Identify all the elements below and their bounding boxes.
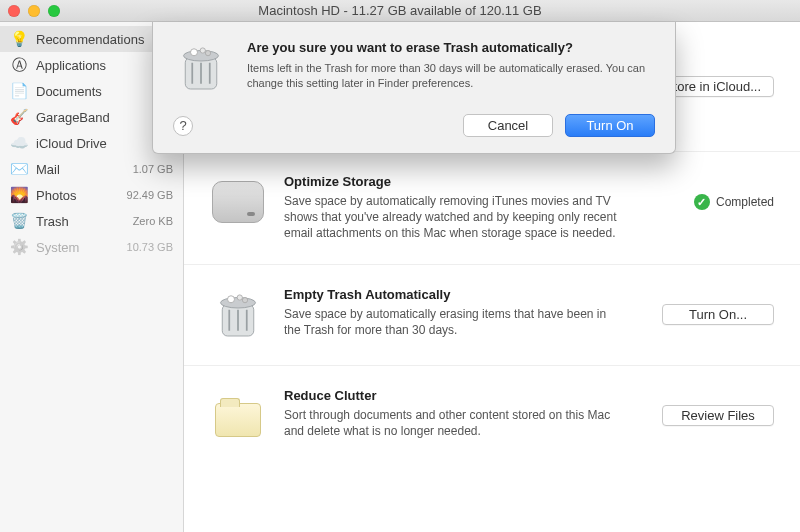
dialog-footer: ? Cancel Turn On [173, 114, 655, 137]
turn-on-trash-button[interactable]: Turn On... [662, 304, 774, 325]
sidebar-item-mail[interactable]: ✉️ Mail 1.07 GB [0, 156, 183, 182]
reduce-clutter-card: Reduce Clutter Sort through documents an… [184, 366, 800, 466]
checkmark-icon: ✓ [694, 194, 710, 210]
card-body: Save space by automatically removing iTu… [284, 193, 626, 242]
dialog-title: Are you sure you want to erase Trash aut… [247, 40, 655, 55]
system-icon: ⚙️ [10, 238, 28, 256]
sidebar-item-label: GarageBand [36, 110, 117, 125]
svg-point-6 [237, 294, 242, 299]
card-text: Optimize Storage Save space by automatic… [284, 174, 626, 242]
help-button[interactable]: ? [173, 116, 193, 136]
dialog-buttons: Cancel Turn On [463, 114, 655, 137]
svg-point-5 [228, 295, 235, 302]
trash-full-icon [210, 287, 266, 343]
sidebar-item-size: 10.73 GB [125, 241, 173, 253]
titlebar: Macintosh HD - 11.27 GB available of 120… [0, 0, 800, 22]
card-body: Sort through documents and other content… [284, 407, 626, 439]
sidebar-item-label: iCloud Drive [36, 136, 117, 151]
folder-icon [210, 388, 266, 444]
card-title: Reduce Clutter [284, 388, 626, 403]
completed-label: Completed [716, 195, 774, 209]
minimize-window-button[interactable] [28, 5, 40, 17]
close-window-button[interactable] [8, 5, 20, 17]
card-action: Review Files [644, 388, 774, 444]
svg-point-15 [205, 51, 210, 56]
dialog-body: Items left in the Trash for more than 30… [247, 61, 655, 91]
sidebar-item-label: Mail [36, 162, 117, 177]
svg-point-7 [242, 297, 247, 302]
turn-on-button[interactable]: Turn On [565, 114, 655, 137]
sidebar-item-trash[interactable]: 🗑️ Trash Zero KB [0, 208, 183, 234]
sidebar-item-system[interactable]: ⚙️ System 10.73 GB [0, 234, 183, 260]
card-title: Optimize Storage [284, 174, 626, 189]
applications-icon: Ⓐ [10, 56, 28, 74]
photos-icon: 🌄 [10, 186, 28, 204]
sidebar-item-size: Zero KB [125, 215, 173, 227]
card-title: Empty Trash Automatically [284, 287, 626, 302]
harddrive-icon [210, 174, 266, 230]
card-body: Save space by automatically erasing item… [284, 306, 626, 338]
zoom-window-button[interactable] [48, 5, 60, 17]
sidebar-item-label: Trash [36, 214, 117, 229]
sidebar-item-photos[interactable]: 🌄 Photos 92.49 GB [0, 182, 183, 208]
completed-status: ✓ Completed [694, 194, 774, 210]
review-files-button[interactable]: Review Files [662, 405, 774, 426]
mail-icon: ✉️ [10, 160, 28, 178]
card-action: Turn On... [644, 287, 774, 343]
storage-management-window: Macintosh HD - 11.27 GB available of 120… [0, 0, 800, 532]
sidebar-item-label: Applications [36, 58, 117, 73]
svg-point-14 [200, 48, 205, 53]
cloud-icon: ☁️ [10, 134, 28, 152]
trash-full-icon [173, 40, 229, 96]
sidebar-item-label: Recommendations [36, 32, 144, 47]
confirm-erase-trash-dialog: Are you sure you want to erase Trash aut… [152, 22, 676, 154]
dialog-text: Are you sure you want to erase Trash aut… [247, 40, 655, 96]
sidebar-item-label: Documents [36, 84, 117, 99]
card-text: Reduce Clutter Sort through documents an… [284, 388, 626, 439]
dialog-content: Are you sure you want to erase Trash aut… [173, 40, 655, 96]
sidebar-item-label: Photos [36, 188, 117, 203]
window-controls [8, 5, 60, 17]
lightbulb-icon: 💡 [10, 30, 28, 48]
empty-trash-card: Empty Trash Automatically Save space by … [184, 265, 800, 366]
sidebar-item-size: 1.07 GB [125, 163, 173, 175]
sidebar-item-size: 92.49 GB [125, 189, 173, 201]
documents-icon: 📄 [10, 82, 28, 100]
window-title: Macintosh HD - 11.27 GB available of 120… [0, 3, 800, 18]
sidebar-item-label: System [36, 240, 117, 255]
card-text: Empty Trash Automatically Save space by … [284, 287, 626, 338]
svg-point-13 [191, 49, 198, 56]
cancel-button[interactable]: Cancel [463, 114, 553, 137]
card-action: ✓ Completed [644, 174, 774, 230]
trash-icon: 🗑️ [10, 212, 28, 230]
garageband-icon: 🎸 [10, 108, 28, 126]
optimize-storage-card: Optimize Storage Save space by automatic… [184, 152, 800, 265]
